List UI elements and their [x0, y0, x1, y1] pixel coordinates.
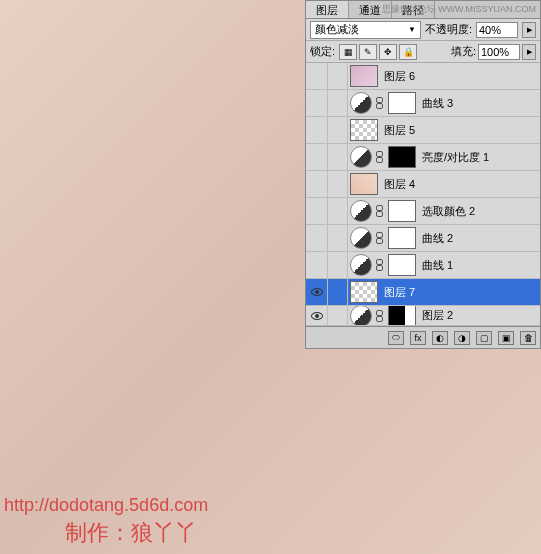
- visibility-toggle[interactable]: [306, 90, 328, 116]
- opacity-arrow-icon[interactable]: ▶: [522, 22, 536, 38]
- layer-name[interactable]: 图层 5: [384, 123, 415, 138]
- link-cell[interactable]: [328, 117, 348, 143]
- eye-icon: [311, 312, 323, 320]
- layer-row[interactable]: 图层 6: [306, 63, 540, 90]
- blend-mode-select[interactable]: 颜色减淡 ▼: [310, 21, 421, 39]
- visibility-toggle[interactable]: [306, 252, 328, 278]
- visibility-toggle[interactable]: [306, 171, 328, 197]
- chain-icon: [375, 310, 383, 322]
- lock-fill-bar: 锁定: ▦ ✎ ✥ 🔒 填充: ▶: [306, 41, 540, 63]
- fill-arrow-icon[interactable]: ▶: [522, 44, 536, 60]
- mask-thumbnail[interactable]: [388, 146, 416, 168]
- layer-row[interactable]: 图层 5: [306, 117, 540, 144]
- panel-footer: ⬭ fx ◐ ◑ ▢ ▣ 🗑: [306, 326, 540, 348]
- layer-name[interactable]: 曲线 2: [422, 231, 453, 246]
- layer-row-selected[interactable]: 图层 7: [306, 279, 540, 306]
- layer-row[interactable]: 选取颜色 2: [306, 198, 540, 225]
- fill-label: 填充:: [451, 44, 476, 59]
- layer-thumbnail[interactable]: [350, 65, 378, 87]
- adjustment-icon: [350, 306, 372, 326]
- layer-name[interactable]: 曲线 3: [422, 96, 453, 111]
- mask-thumbnail[interactable]: [388, 306, 416, 326]
- link-cell[interactable]: [328, 198, 348, 224]
- link-cell[interactable]: [328, 63, 348, 89]
- link-layers-icon[interactable]: ⬭: [388, 331, 404, 345]
- layer-mask-icon[interactable]: ◐: [432, 331, 448, 345]
- opacity-label: 不透明度:: [425, 22, 472, 37]
- lock-pixels-icon[interactable]: ✎: [359, 44, 377, 60]
- mask-thumbnail[interactable]: [388, 254, 416, 276]
- folder-icon[interactable]: ▢: [476, 331, 492, 345]
- layer-name[interactable]: 亮度/对比度 1: [422, 150, 489, 165]
- layer-style-icon[interactable]: fx: [410, 331, 426, 345]
- tab-layers[interactable]: 图层: [306, 1, 349, 18]
- adjustment-icon: [350, 146, 372, 168]
- layer-row[interactable]: 曲线 1: [306, 252, 540, 279]
- opacity-input[interactable]: [476, 22, 518, 38]
- layer-name[interactable]: 图层 6: [384, 69, 415, 84]
- layers-panel: 图层 通道 路径 思缘设计论坛 WWW.MISSYUAN.COM 颜色减淡 ▼ …: [305, 0, 541, 349]
- url-watermark: http://dodotang.5d6d.com: [4, 495, 208, 516]
- new-layer-icon[interactable]: ▣: [498, 331, 514, 345]
- layer-row[interactable]: 图层 4: [306, 171, 540, 198]
- link-cell[interactable]: [328, 279, 348, 305]
- mask-thumbnail[interactable]: [388, 92, 416, 114]
- visibility-toggle[interactable]: [306, 198, 328, 224]
- chain-icon: [375, 205, 383, 217]
- layer-name[interactable]: 图层 2: [422, 308, 453, 323]
- layer-thumbnail[interactable]: [350, 173, 378, 195]
- blend-mode-value: 颜色减淡: [315, 22, 359, 37]
- layer-row[interactable]: 图层 2: [306, 306, 540, 326]
- visibility-toggle[interactable]: [306, 144, 328, 170]
- trash-icon[interactable]: 🗑: [520, 331, 536, 345]
- fill-input[interactable]: [478, 44, 520, 60]
- layer-name[interactable]: 图层 7: [384, 285, 415, 300]
- visibility-toggle[interactable]: [306, 306, 328, 325]
- layer-row[interactable]: 亮度/对比度 1: [306, 144, 540, 171]
- panel-tabs: 图层 通道 路径 思缘设计论坛 WWW.MISSYUAN.COM: [306, 1, 540, 19]
- link-cell[interactable]: [328, 252, 348, 278]
- layer-name[interactable]: 选取颜色 2: [422, 204, 475, 219]
- visibility-toggle[interactable]: [306, 225, 328, 251]
- chevron-down-icon: ▼: [408, 25, 416, 34]
- lock-transparency-icon[interactable]: ▦: [339, 44, 357, 60]
- chain-icon: [375, 97, 383, 109]
- layer-row[interactable]: 曲线 2: [306, 225, 540, 252]
- layer-thumbnail[interactable]: [350, 119, 378, 141]
- lock-position-icon[interactable]: ✥: [379, 44, 397, 60]
- mask-thumbnail[interactable]: [388, 200, 416, 222]
- visibility-toggle[interactable]: [306, 63, 328, 89]
- adjustment-icon: [350, 92, 372, 114]
- blend-opacity-bar: 颜色减淡 ▼ 不透明度: ▶: [306, 19, 540, 41]
- adjustment-layer-icon[interactable]: ◑: [454, 331, 470, 345]
- lock-label: 锁定:: [310, 44, 335, 59]
- visibility-toggle[interactable]: [306, 117, 328, 143]
- adjustment-icon: [350, 254, 372, 276]
- eye-icon: [311, 288, 323, 296]
- visibility-toggle[interactable]: [306, 279, 328, 305]
- layer-row[interactable]: 曲线 3: [306, 90, 540, 117]
- chain-icon: [375, 259, 383, 271]
- credit-watermark: 制作：狼丫丫: [65, 518, 197, 548]
- watermark-text: 思缘设计论坛 WWW.MISSYUAN.COM: [382, 3, 537, 16]
- link-cell[interactable]: [328, 171, 348, 197]
- mask-thumbnail[interactable]: [388, 227, 416, 249]
- adjustment-icon: [350, 200, 372, 222]
- lock-all-icon[interactable]: 🔒: [399, 44, 417, 60]
- layer-name[interactable]: 图层 4: [384, 177, 415, 192]
- layer-name[interactable]: 曲线 1: [422, 258, 453, 273]
- layer-thumbnail[interactable]: [350, 281, 378, 303]
- layer-list: 图层 6 曲线 3 图层 5 亮度/对比度 1: [306, 63, 540, 326]
- link-cell[interactable]: [328, 90, 348, 116]
- adjustment-icon: [350, 227, 372, 249]
- link-cell[interactable]: [328, 144, 348, 170]
- link-cell[interactable]: [328, 306, 348, 325]
- chain-icon: [375, 232, 383, 244]
- link-cell[interactable]: [328, 225, 348, 251]
- chain-icon: [375, 151, 383, 163]
